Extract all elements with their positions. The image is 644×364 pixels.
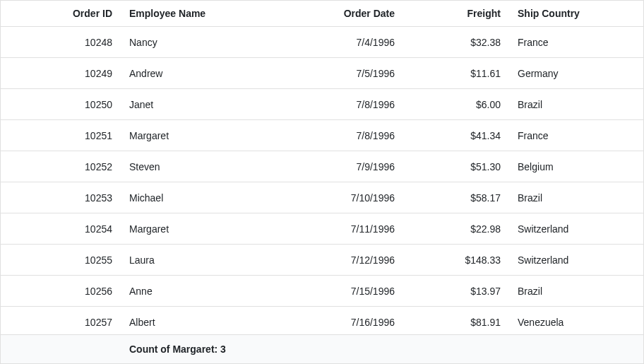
cell-ship-country: France xyxy=(509,30,619,55)
cell-ship-country: Switzerland xyxy=(509,247,619,273)
cell-order-date: 7/11/1996 xyxy=(283,216,403,242)
cell-ship-country: Brazil xyxy=(509,278,619,304)
cell-employee-name: Nancy xyxy=(121,30,283,55)
cell-order-date: 7/5/1996 xyxy=(283,61,403,86)
cell-freight: $81.91 xyxy=(403,310,509,335)
column-header-freight[interactable]: Freight xyxy=(403,1,509,26)
footer-cell-order-id xyxy=(1,335,121,363)
cell-ship-country: Brazil xyxy=(509,185,619,211)
table-row[interactable]: 10249 Andrew 7/5/1996 $11.61 Germany xyxy=(1,58,643,89)
cell-order-date: 7/8/1996 xyxy=(283,123,403,148)
cell-freight: $22.98 xyxy=(403,216,509,242)
cell-ship-country: Venezuela xyxy=(509,310,619,335)
cell-employee-name: Margaret xyxy=(121,123,283,148)
cell-order-id: 10254 xyxy=(1,216,121,242)
table-row[interactable]: 10252 Steven 7/9/1996 $51.30 Belgium xyxy=(1,151,643,182)
cell-ship-country: Germany xyxy=(509,61,619,86)
column-header-employee-name[interactable]: Employee Name xyxy=(121,1,283,26)
grid-scroll-area[interactable]: 10248 Nancy 7/4/1996 $32.38 France 10249… xyxy=(1,27,643,334)
cell-employee-name: Albert xyxy=(121,310,283,335)
cell-employee-name: Janet xyxy=(121,92,283,117)
grid-header-row: Order ID Employee Name Order Date Freigh… xyxy=(1,1,643,27)
cell-ship-country: Brazil xyxy=(509,92,619,117)
cell-employee-name: Anne xyxy=(121,278,283,304)
column-header-order-date[interactable]: Order Date xyxy=(283,1,403,26)
footer-cell-summary: Count of Margaret: 3 xyxy=(121,335,283,363)
column-header-order-id[interactable]: Order ID xyxy=(1,1,121,26)
table-row[interactable]: 10251 Margaret 7/8/1996 $41.34 France xyxy=(1,120,643,151)
footer-cell-order-date xyxy=(283,335,403,363)
table-row[interactable]: 10253 Michael 7/10/1996 $58.17 Brazil xyxy=(1,182,643,213)
cell-order-id: 10251 xyxy=(1,123,121,148)
footer-cell-ship-country xyxy=(509,335,619,363)
cell-freight: $41.34 xyxy=(403,123,509,148)
cell-employee-name: Margaret xyxy=(121,216,283,242)
cell-order-id: 10249 xyxy=(1,61,121,86)
cell-order-id: 10252 xyxy=(1,154,121,180)
grid-footer-row: Count of Margaret: 3 xyxy=(1,334,643,363)
cell-order-id: 10257 xyxy=(1,310,121,335)
cell-order-id: 10256 xyxy=(1,278,121,304)
grid-body: 10248 Nancy 7/4/1996 $32.38 France 10249… xyxy=(1,27,643,334)
cell-order-id: 10253 xyxy=(1,185,121,211)
cell-order-date: 7/9/1996 xyxy=(283,154,403,180)
cell-order-date: 7/15/1996 xyxy=(283,278,403,304)
cell-ship-country: France xyxy=(509,123,619,148)
cell-freight: $6.00 xyxy=(403,92,509,117)
data-grid: Order ID Employee Name Order Date Freigh… xyxy=(0,0,644,364)
cell-employee-name: Andrew xyxy=(121,61,283,86)
cell-order-id: 10248 xyxy=(1,30,121,55)
cell-freight: $58.17 xyxy=(403,185,509,211)
cell-freight: $148.33 xyxy=(403,247,509,273)
cell-order-date: 7/12/1996 xyxy=(283,247,403,273)
table-row[interactable]: 10257 Albert 7/16/1996 $81.91 Venezuela xyxy=(1,307,643,334)
table-row[interactable]: 10256 Anne 7/15/1996 $13.97 Brazil xyxy=(1,276,643,307)
table-row[interactable]: 10255 Laura 7/12/1996 $148.33 Switzerlan… xyxy=(1,245,643,276)
cell-employee-name: Laura xyxy=(121,247,283,273)
cell-order-id: 10255 xyxy=(1,247,121,273)
footer-cell-freight xyxy=(403,335,509,363)
table-row[interactable]: 10254 Margaret 7/11/1996 $22.98 Switzerl… xyxy=(1,213,643,245)
cell-ship-country: Switzerland xyxy=(509,216,619,242)
column-header-ship-country[interactable]: Ship Country xyxy=(509,1,619,26)
cell-order-date: 7/10/1996 xyxy=(283,185,403,211)
cell-ship-country: Belgium xyxy=(509,154,619,180)
cell-order-date: 7/16/1996 xyxy=(283,310,403,335)
cell-freight: $51.30 xyxy=(403,154,509,180)
table-row[interactable]: 10248 Nancy 7/4/1996 $32.38 France xyxy=(1,27,643,58)
cell-freight: $11.61 xyxy=(403,61,509,86)
table-row[interactable]: 10250 Janet 7/8/1996 $6.00 Brazil xyxy=(1,89,643,120)
cell-freight: $32.38 xyxy=(403,30,509,55)
cell-employee-name: Steven xyxy=(121,154,283,180)
cell-employee-name: Michael xyxy=(121,185,283,211)
cell-order-id: 10250 xyxy=(1,92,121,117)
cell-freight: $13.97 xyxy=(403,278,509,304)
cell-order-date: 7/4/1996 xyxy=(283,30,403,55)
cell-order-date: 7/8/1996 xyxy=(283,92,403,117)
